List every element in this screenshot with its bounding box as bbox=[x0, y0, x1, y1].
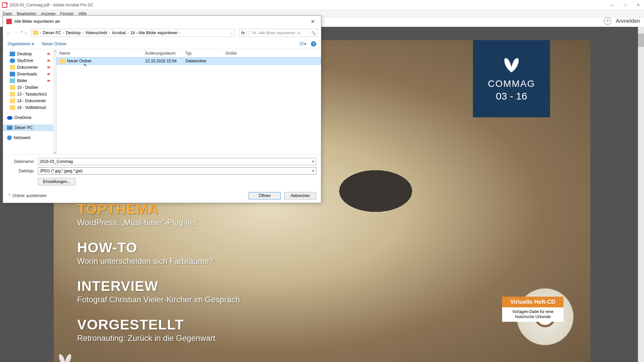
settings-button[interactable]: Einstellungen... bbox=[38, 178, 75, 185]
sidebar-label: Downloads bbox=[17, 72, 37, 76]
app-titlebar: 2016-03_Commag.pdf - Adobe Acrobat Pro D… bbox=[0, 0, 644, 10]
sidebar-item-dokumente[interactable]: Dokumente📌 bbox=[3, 64, 56, 71]
new-folder-button[interactable]: Neuer Ordner bbox=[42, 42, 66, 46]
sub-interview: Fotograf Christian Vieler-Kircher im Ges… bbox=[77, 295, 240, 304]
folder-icon bbox=[10, 65, 15, 70]
skydrive-icon bbox=[10, 58, 15, 63]
nav-forward-button[interactable]: → bbox=[14, 30, 18, 36]
folder-icon bbox=[10, 99, 15, 103]
view-button[interactable]: ▾ bbox=[300, 42, 306, 46]
hide-folders-link[interactable]: ⌃Ordner ausblenden bbox=[8, 193, 47, 198]
search-placeholder: "18 - Alle Bilder exportieren" d... bbox=[251, 31, 303, 35]
file-row[interactable]: Neuer Ordner 22.10.2016 15:54 Dateiordne… bbox=[57, 57, 321, 65]
nav-back-button[interactable]: ← bbox=[6, 30, 11, 36]
column-date[interactable]: Änderungsdatum bbox=[142, 51, 182, 56]
column-size[interactable]: Größe bbox=[223, 51, 250, 56]
filename-input[interactable]: 2016-03_Commag▼ bbox=[38, 158, 316, 165]
scrollbar-thumb[interactable] bbox=[638, 34, 644, 47]
sidebar-item-folder[interactable]: 10 - Distiller bbox=[3, 84, 56, 91]
organize-button[interactable]: Organisieren ▾ bbox=[8, 42, 34, 46]
cell-date: 22.10.2016 15:54 bbox=[143, 59, 183, 63]
sidebar-item-bilder[interactable]: Bilder📌 bbox=[3, 77, 56, 84]
butterfly-icon bbox=[500, 56, 523, 76]
breadcrumb[interactable]: › Dieser PC › Desktop › Videoschnitt › A… bbox=[31, 29, 235, 37]
file-list-rows: Neuer Ordner 22.10.2016 15:54 Dateiordne… bbox=[57, 57, 321, 154]
sidebar-item-folder[interactable]: 13 - Tastaturkürz bbox=[3, 91, 56, 98]
close-button[interactable]: ✕ bbox=[635, 2, 642, 8]
app-title: 2016-03_Commag.pdf - Adobe Acrobat Pro D… bbox=[9, 3, 94, 7]
open-button[interactable]: Öffnen bbox=[249, 192, 281, 199]
folder-icon bbox=[60, 59, 65, 63]
dialog-buttons: Öffnen Abbrechen bbox=[249, 192, 316, 199]
pin-icon: 📌 bbox=[46, 78, 51, 83]
help-icon[interactable]: ? bbox=[604, 17, 611, 25]
magazine-name: COMMAG bbox=[488, 78, 535, 89]
hide-folders-label: Ordner ausblenden bbox=[12, 193, 47, 198]
dialog-title: Alle Bilder exportieren als bbox=[14, 19, 60, 24]
cd-sub-line2: historische Urkunde bbox=[515, 314, 551, 319]
sidebar-item-dieser-pc[interactable]: Dieser PC bbox=[3, 124, 56, 131]
login-link[interactable]: Anmelden bbox=[616, 18, 640, 24]
sidebar-label: 13 - Tastaturkürz bbox=[17, 92, 47, 97]
images-icon bbox=[10, 78, 15, 83]
help-icon[interactable]: ? bbox=[311, 41, 316, 47]
filename-label: Dateiname: bbox=[8, 159, 35, 164]
dropdown-icon: ▼ bbox=[312, 160, 315, 163]
nav-up-button[interactable]: ↑ bbox=[25, 31, 27, 36]
breadcrumb-item[interactable]: Videoschnitt bbox=[85, 31, 107, 35]
section-interview: INTERVIEW Fotograf Christian Vieler-Kirc… bbox=[77, 278, 240, 304]
sidebar-item-folder[interactable]: 14 - Dokumente bbox=[3, 98, 56, 104]
breadcrumb-sep: › bbox=[39, 31, 42, 35]
dialog-titlebar: Alle Bilder exportieren als ✕ bbox=[3, 16, 321, 27]
dialog-footer: Dateiname: 2016-03_Commag▼ Dateityp: JPE… bbox=[3, 154, 321, 189]
sort-arrow-icon: ⌃ bbox=[133, 52, 135, 55]
sidebar-item-downloads[interactable]: Downloads📌 bbox=[3, 71, 56, 77]
section-vorgestellt: VORGESTELLT Retronauting: Zurück in die … bbox=[77, 317, 215, 343]
sidebar-label: SkyDrive bbox=[17, 58, 33, 63]
breadcrumb-item[interactable]: Desktop bbox=[66, 31, 80, 35]
column-label: Name bbox=[59, 51, 70, 56]
sidebar-item-desktop[interactable]: Desktop📌 bbox=[3, 51, 56, 57]
cd-title: Virtuelle Heft-CD bbox=[502, 297, 564, 307]
dialog-sidebar: Desktop📌 SkyDrive📌 Dokumente📌 Downloads📌… bbox=[3, 49, 57, 154]
filetype-select[interactable]: JPEG (*.jpg,*.jpeg,*.jpe)▼ bbox=[38, 167, 316, 175]
sidebar-item-skydrive[interactable]: SkyDrive📌 bbox=[3, 57, 56, 64]
vertical-scrollbar[interactable] bbox=[638, 27, 644, 362]
breadcrumb-dropdown[interactable]: ⌄ bbox=[230, 31, 233, 35]
network-icon bbox=[7, 135, 12, 140]
breadcrumb-item[interactable]: 18 - Alle Bilder exportieren bbox=[130, 31, 178, 35]
breadcrumb-item[interactable]: Acrobat bbox=[112, 31, 125, 35]
acrobat-icon bbox=[2, 2, 7, 8]
column-type[interactable]: Typ bbox=[182, 51, 223, 56]
sub-howto: Worin unterscheiden sich Farbräume? bbox=[77, 256, 213, 266]
search-input[interactable]: "18 - Alle Bilder exportieren" d... 🔍 bbox=[249, 29, 318, 37]
breadcrumb-sep: › bbox=[178, 31, 181, 35]
section-howto: HOW-TO Worin unterscheiden sich Farbräum… bbox=[77, 240, 213, 266]
heading-vorgestellt: VORGESTELLT bbox=[77, 317, 215, 333]
heading-howto: HOW-TO bbox=[77, 240, 213, 256]
minimize-button[interactable]: — bbox=[608, 2, 616, 8]
sidebar-scrollbar[interactable] bbox=[53, 49, 56, 154]
pc-icon bbox=[7, 126, 12, 130]
sidebar-item-folder[interactable]: 16 - Vollbildmod bbox=[3, 104, 56, 111]
column-name[interactable]: Name⌃ bbox=[57, 51, 142, 56]
acrobat-icon bbox=[6, 19, 12, 24]
sub-topthema: WordPress: „Must-have"-Plug-ins bbox=[77, 218, 196, 227]
cd-badge: Virtuelle Heft-CD Vorlagen-Datei für ein… bbox=[502, 297, 564, 322]
cancel-button[interactable]: Abbrechen bbox=[284, 192, 316, 199]
pin-icon: 📌 bbox=[46, 58, 51, 63]
maximize-button[interactable]: □ bbox=[622, 2, 629, 8]
desktop-icon bbox=[10, 52, 15, 56]
dialog-toolbar: Organisieren ▾ Neuer Ordner ▾ ? bbox=[3, 39, 321, 49]
sidebar-item-netzwerk[interactable]: Netzwerk bbox=[3, 134, 56, 141]
refresh-button[interactable]: ⟳ bbox=[239, 29, 247, 37]
sidebar-label: Dokumente bbox=[17, 65, 38, 70]
breadcrumb-sep: › bbox=[126, 31, 130, 35]
dialog-close-button[interactable]: ✕ bbox=[308, 18, 318, 25]
breadcrumb-item[interactable]: Dieser PC bbox=[43, 31, 61, 35]
nav-recent-button[interactable]: ▾ bbox=[21, 30, 23, 36]
sub-vorgestellt: Retronauting: Zurück in die Gegenwart bbox=[77, 334, 215, 343]
dialog-nav-row: ← → ▾ ↑ › Dieser PC › Desktop › Videosch… bbox=[3, 27, 321, 39]
sidebar-item-onedrive[interactable]: OneDrive bbox=[3, 114, 56, 121]
download-icon bbox=[10, 72, 15, 76]
